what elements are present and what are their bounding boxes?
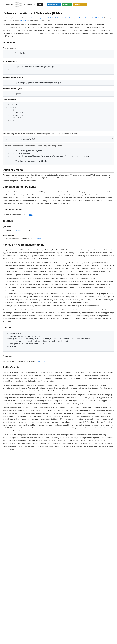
hyper-bullet-4: If you care about interpretability, try … bbox=[6, 280, 114, 292]
copy-icon-github[interactable]: ⧉ bbox=[112, 81, 113, 84]
svg-point-2 bbox=[15, 6, 17, 7]
for-developers-code-block: ⧉ git clone https://github.com/KindXiaom… bbox=[3, 64, 114, 74]
author-para-2: For users who are machine learning focus… bbox=[3, 394, 114, 405]
requirements-cmd-block: ⧉ pip install -r requirements.txt bbox=[3, 136, 114, 142]
copy-icon-req-cmd[interactable]: ⧉ bbox=[112, 138, 113, 140]
efficiency-text: For many machine-learning users, when (1… bbox=[3, 174, 114, 182]
requirements-cmd: pip install -r requirements.txt bbox=[5, 138, 112, 140]
disclaimer-text: Disclaimer: Try the simplest thing first… bbox=[3, 308, 114, 323]
prereqs-title: Pre-requisites: bbox=[3, 46, 114, 50]
plus-symbol: + bbox=[24, 3, 25, 6]
link-kan2-paper[interactable]: "KAN 2.0: Kolmogorov-Arnold Networks Mee… bbox=[62, 17, 103, 19]
for-developers-code: git clone https://github.com/KindXiaomin… bbox=[5, 65, 112, 73]
svg-point-1 bbox=[15, 4, 17, 5]
page-title: Kolmogorov-Arnold Networks (KANs) bbox=[3, 10, 114, 16]
hyper-bullet-2: Once an acceptable performance is achiev… bbox=[6, 273, 114, 276]
kolmogorov-label: Kolmogorov bbox=[3, 3, 13, 6]
quickstart-title: Quickstart bbox=[3, 225, 114, 228]
hyper-bullet-5: You want to ensure the training is going… bbox=[6, 292, 114, 304]
conda-code: conda create --name pykan-env python=3.9… bbox=[7, 150, 110, 162]
hyper-bullet-1: Start from a simple setup (small KAN sha… bbox=[6, 261, 114, 273]
author-para-0: I would like to thank everyone who's int… bbox=[3, 371, 114, 382]
hyper-bullet-6: Once you get a quite good result, try in… bbox=[6, 304, 114, 307]
quickstart-text: Get started with hellokan notebook. bbox=[3, 229, 114, 232]
copy-icon-pypi[interactable]: ⧉ bbox=[112, 92, 113, 95]
installation-title: Installation bbox=[3, 40, 114, 45]
arnold-label: Arnold bbox=[27, 3, 32, 6]
badge-mathematical[interactable]: Mathematical bbox=[47, 3, 61, 6]
badge-accurate[interactable]: Accurate bbox=[62, 3, 72, 6]
contact-email[interactable]: zml@mit.edu bbox=[36, 360, 46, 362]
hyperparameter-title: Advice on hyperparameter tuning bbox=[3, 243, 114, 248]
conda-block: Optional: Conda Environment Setup For th… bbox=[3, 143, 114, 166]
via-pypi-code: pip install pykan bbox=[5, 92, 112, 95]
tutorials-title: Tutorials bbox=[3, 218, 114, 224]
author-para-1: For users who are interested in scientif… bbox=[3, 384, 114, 392]
hyperparameter-list: Start from a simple setup (small KAN sha… bbox=[3, 261, 114, 308]
subtitle-end: first, or read the documentation. bbox=[27, 20, 51, 22]
intro-text: Kolmogorov-Arnold Networks (KANs) are pr… bbox=[3, 23, 114, 38]
computation-text: Examples in tutorials are runnable on a … bbox=[3, 190, 114, 205]
more-demos-text: More Notebook tutorials can be found in … bbox=[3, 237, 114, 240]
requirements-code-block: ⧉ # python>=3.9.7 torch>=2.0.0 numpy>=1.… bbox=[3, 102, 114, 131]
arrow-symbol: → bbox=[33, 3, 35, 6]
contact-title: Contact bbox=[3, 354, 114, 359]
copy-icon-dev[interactable]: ⧉ bbox=[112, 65, 113, 68]
kan-label: KAN bbox=[37, 3, 43, 6]
author-note-title: Author's note bbox=[3, 365, 114, 370]
main-content: Kolmogorov-Arnold Networks (KANs) This i… bbox=[0, 10, 117, 454]
subtitle-prefix: This is the github repo for the paper bbox=[3, 17, 30, 19]
subtitle-block: This is the github repo for the paper "K… bbox=[3, 16, 114, 22]
citation-title: Citation bbox=[3, 325, 114, 330]
via-github-title: Installation via github bbox=[3, 76, 114, 79]
via-pypi-title: Installation via PyPI: bbox=[3, 87, 114, 90]
copy-icon-req[interactable]: ⧉ bbox=[112, 103, 113, 106]
tutorials-link[interactable]: tutorials bbox=[34, 238, 41, 240]
documentation-text: The documentation can be found here. bbox=[3, 213, 114, 216]
svg-point-4 bbox=[18, 4, 19, 5]
hyperparameter-text: Many intuition about MLPs and other netw… bbox=[3, 248, 114, 260]
link-hellokan[interactable]: hellokan bbox=[20, 20, 26, 22]
requirements-title: Requirements bbox=[3, 98, 114, 101]
subtitle-middle: and bbox=[58, 17, 62, 19]
computation-title: Computation requirements bbox=[3, 184, 114, 190]
for-developers-title: For developers bbox=[3, 60, 114, 63]
author-para-4: I would like to welcome people to be cri… bbox=[3, 434, 114, 451]
prereqs-code: Python 3.9.7 or higher pip bbox=[5, 52, 112, 57]
svg-point-7 bbox=[21, 5, 22, 6]
contact-text: If you have any questions, please contac… bbox=[3, 360, 114, 363]
badge-interpretable[interactable]: Interpretable bbox=[73, 3, 87, 6]
conda-title: Optional: Conda Environment Setup For th… bbox=[5, 144, 112, 147]
badge-row: Mathematical Accurate Interpretable bbox=[47, 3, 87, 6]
link-kan-paper[interactable]: "KAN: Kolmogorov-Arnold Networks" bbox=[30, 17, 58, 19]
svg-point-6 bbox=[21, 3, 22, 4]
svg-point-5 bbox=[18, 6, 19, 7]
citation-bibtex: @article{liu2024kan, title={KAN: Kolmogo… bbox=[5, 333, 112, 350]
documentation-link[interactable]: here bbox=[29, 214, 33, 216]
documentation-title: Documentation bbox=[3, 208, 114, 212]
mlp-diagram bbox=[15, 1, 23, 8]
svg-point-0 bbox=[15, 2, 17, 3]
efficiency-title: Efficiency mode bbox=[3, 168, 114, 172]
citation-block: @article{liu2024kan, title={KAN: Kolmogo… bbox=[3, 331, 114, 352]
via-pypi-code-block: ⧉ pip install pykan bbox=[3, 91, 114, 96]
via-github-code: pip install git+https://github.com/KindX… bbox=[5, 82, 112, 84]
prereqs-code-block: Python 3.9.7 or higher pip bbox=[3, 50, 114, 58]
equals-symbol: = bbox=[44, 3, 45, 6]
hellokan-link[interactable]: hellokan bbox=[16, 229, 22, 231]
requirements-note: After activating the virtual environment… bbox=[3, 132, 114, 135]
conda-code-block: ⧉ conda create --name pykan-env python=3… bbox=[5, 148, 112, 164]
author-para-3: The most common question I've been asked… bbox=[3, 406, 114, 432]
svg-point-3 bbox=[18, 2, 19, 3]
via-github-code-block: ⧉ pip install git+https://github.com/Kin… bbox=[3, 80, 114, 86]
requirements-code: # python>=3.9.7 torch>=2.0.0 numpy>=1.24… bbox=[5, 104, 112, 130]
header: Kolmogorov bbox=[0, 0, 117, 9]
hyper-bullet-3: If you care about accuracy, try grid-ext… bbox=[6, 277, 114, 280]
copy-icon-conda[interactable]: ⧉ bbox=[110, 149, 111, 152]
more-demos-title: More demos bbox=[3, 233, 114, 236]
